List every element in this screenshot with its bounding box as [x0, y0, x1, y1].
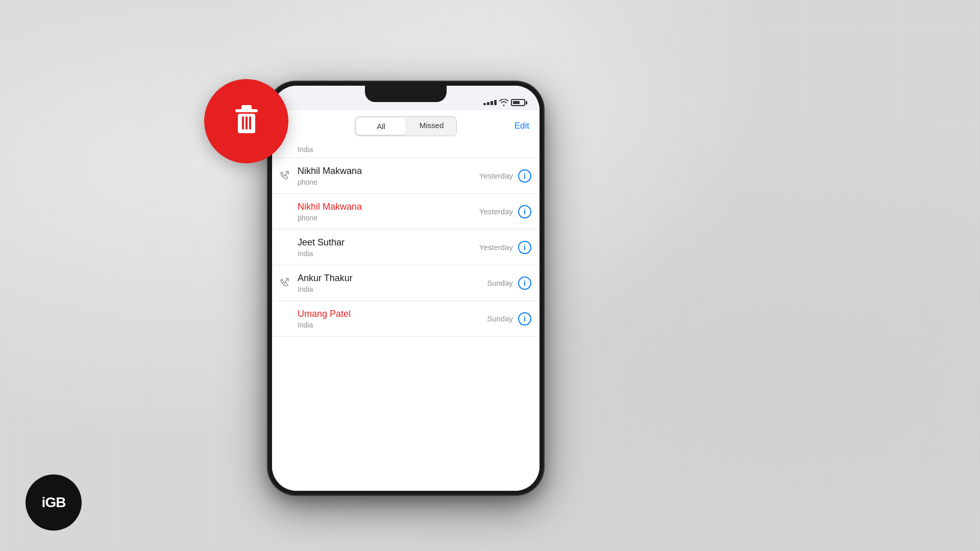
outgoing-call-icon	[280, 170, 289, 180]
igb-logo-text: iGB	[42, 494, 66, 511]
call-item: Nikhil Makwana phone Yesterday i	[272, 158, 540, 194]
call-time-col: Yesterday i	[479, 169, 531, 183]
svg-rect-1	[241, 105, 252, 110]
svg-rect-5	[249, 116, 251, 130]
trash-button[interactable]	[204, 79, 288, 163]
call-time: Sunday	[487, 279, 513, 287]
battery-icon	[511, 99, 527, 106]
signal-icon	[483, 100, 497, 105]
outgoing-call-icon	[280, 278, 289, 287]
call-time-col: Yesterday i	[479, 241, 531, 254]
call-icon-col	[280, 278, 291, 289]
notch	[365, 86, 447, 102]
call-details: Nikhil Makwana phone	[298, 165, 473, 186]
svg-line-6	[285, 171, 288, 174]
call-icon-col	[280, 170, 291, 182]
call-item: Jeet Suthar India Yesterday i	[272, 230, 540, 265]
iphone-screen: All Missed Edit India	[272, 86, 540, 491]
call-time: Yesterday	[479, 171, 513, 180]
call-item: Umang Patel India Sunday i	[272, 301, 540, 337]
status-icons	[483, 99, 527, 106]
call-details: Jeet Suthar India	[298, 237, 473, 258]
tab-all[interactable]: All	[356, 118, 406, 135]
call-subtext: phone	[298, 178, 473, 186]
info-button[interactable]: i	[518, 277, 531, 290]
call-time: Yesterday	[479, 207, 513, 216]
call-subtext: India	[298, 321, 481, 329]
call-subtext: phone	[298, 214, 473, 222]
info-button[interactable]: i	[518, 169, 531, 183]
call-time-col: Sunday i	[487, 312, 531, 325]
call-details: Ankur Thakur India	[298, 272, 481, 293]
call-list: India Nikhil Makwana	[272, 141, 540, 337]
partial-item-subtext: India	[298, 145, 313, 154]
edit-button[interactable]: Edit	[514, 121, 529, 131]
iphone-frame: All Missed Edit India	[268, 82, 544, 495]
status-bar	[272, 86, 540, 110]
call-time: Yesterday	[479, 243, 513, 252]
call-name-missed: Umang Patel	[298, 308, 481, 320]
svg-rect-4	[246, 116, 248, 130]
segmented-control-row: All Missed Edit	[272, 110, 540, 141]
call-item-partial: India	[272, 141, 540, 158]
call-details: Nikhil Makwana phone	[298, 201, 473, 222]
info-button[interactable]: i	[518, 205, 531, 218]
igb-logo: iGB	[26, 474, 82, 531]
wifi-icon	[499, 99, 508, 106]
call-name: Jeet Suthar	[298, 237, 473, 248]
call-name: Ankur Thakur	[298, 272, 481, 284]
trash-icon	[226, 100, 267, 143]
call-time-col: Sunday i	[487, 277, 531, 290]
tab-missed[interactable]: Missed	[407, 117, 456, 136]
call-item: Nikhil Makwana phone Yesterday i	[272, 194, 540, 230]
call-time-col: Yesterday i	[479, 205, 531, 218]
call-item: Ankur Thakur India Sunday i	[272, 265, 540, 301]
phone-screen-content: All Missed Edit India	[272, 110, 540, 491]
call-details: Umang Patel India	[298, 308, 481, 329]
svg-line-7	[285, 279, 288, 282]
info-button[interactable]: i	[518, 241, 531, 254]
call-name-missed: Nikhil Makwana	[298, 201, 473, 213]
call-name: Nikhil Makwana	[298, 165, 473, 177]
call-time: Sunday	[487, 314, 513, 323]
segmented-control: All Missed	[355, 116, 457, 136]
call-subtext: India	[298, 285, 481, 293]
svg-rect-3	[242, 116, 244, 130]
call-subtext: India	[298, 249, 473, 258]
info-button[interactable]: i	[518, 312, 531, 325]
